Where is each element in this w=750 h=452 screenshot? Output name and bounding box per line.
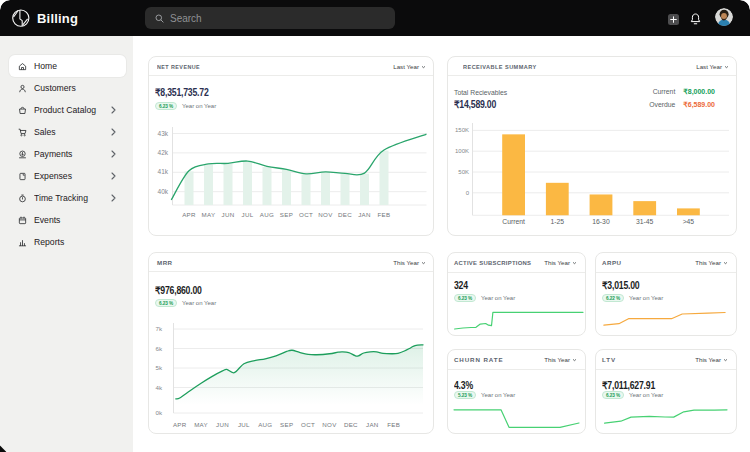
- customers-icon: [18, 84, 27, 93]
- sidebar-item-product-catalog[interactable]: Product Catalog: [9, 99, 126, 121]
- sidebar-item-sales[interactable]: Sales: [9, 121, 126, 143]
- svg-text:JUL: JUL: [238, 421, 250, 428]
- arpu-sparkline: [596, 253, 738, 337]
- svg-text:42k: 42k: [158, 149, 169, 156]
- ltv-sparkline: [596, 350, 738, 435]
- chevron-right-icon: [111, 172, 116, 180]
- svg-text:DEC: DEC: [338, 211, 352, 218]
- sidebar-item-expenses[interactable]: Expenses: [9, 165, 126, 187]
- svg-text:MAY: MAY: [194, 421, 208, 428]
- card-churn-rate: CHURN RATE This Year 4.3% 5.23 % Year on…: [447, 349, 586, 434]
- product-catalog-icon: [18, 106, 27, 115]
- sidebar-item-label: Home: [34, 61, 57, 71]
- mouse-cursor: [0, 444, 7, 452]
- svg-text:4k: 4k: [155, 384, 162, 391]
- sidebar-item-label: Sales: [34, 127, 56, 137]
- svg-text:FEB: FEB: [378, 211, 391, 218]
- svg-text:MAY: MAY: [202, 211, 216, 218]
- svg-text:JAN: JAN: [358, 211, 371, 218]
- svg-text:AUG: AUG: [260, 211, 274, 218]
- svg-text:0: 0: [466, 190, 470, 196]
- events-icon: [18, 216, 27, 225]
- svg-text:SEP: SEP: [280, 211, 293, 218]
- subscriptions-sparkline: [448, 253, 587, 337]
- svg-text:APR: APR: [173, 421, 187, 428]
- svg-text:Current: Current: [502, 218, 525, 225]
- topbar-actions: [0, 0, 750, 36]
- add-new-button[interactable]: [668, 14, 679, 25]
- svg-text:1-25: 1-25: [550, 218, 564, 225]
- sidebar-item-label: Time Tracking: [34, 193, 88, 203]
- svg-text:JUN: JUN: [216, 421, 229, 428]
- sidebar-item-label: Reports: [34, 237, 64, 247]
- sidebar-item-label: Product Catalog: [34, 105, 96, 115]
- sidebar-item-payments[interactable]: Payments: [9, 143, 126, 165]
- card-receivable-summary: RECEIVABLE SUMMARY Last Year Total Recie…: [447, 56, 737, 236]
- card-ltv: LTV This Year ₹7,011,627.91 6.23 % Year …: [595, 349, 737, 434]
- svg-text:6k: 6k: [155, 345, 162, 352]
- sidebar-item-reports[interactable]: Reports: [9, 231, 126, 253]
- sidebar-item-label: Payments: [34, 149, 72, 159]
- payments-icon: [18, 150, 27, 159]
- svg-text:NOV: NOV: [322, 421, 337, 428]
- sidebar-item-events[interactable]: Events: [9, 209, 126, 231]
- svg-text:16-30: 16-30: [592, 218, 610, 225]
- user-avatar[interactable]: [715, 8, 733, 26]
- dashboard: NET REVENUE Last Year ₹8,351,735.72 6.23…: [133, 36, 750, 452]
- svg-text:APR: APR: [182, 211, 196, 218]
- svg-text:100K: 100K: [455, 148, 469, 154]
- app-window: Billing Search: [0, 0, 750, 452]
- chevron-right-icon: [111, 128, 116, 136]
- sidebar-item-label: Expenses: [34, 171, 72, 181]
- svg-text:JUL: JUL: [242, 211, 254, 218]
- svg-text:41k: 41k: [158, 168, 169, 175]
- svg-text:7k: 7k: [155, 325, 162, 332]
- svg-text:FEB: FEB: [387, 421, 400, 428]
- svg-text:NOV: NOV: [318, 211, 333, 218]
- avatar-image: [715, 8, 733, 26]
- svg-text:150K: 150K: [455, 127, 469, 133]
- svg-text:31-45: 31-45: [636, 218, 654, 225]
- card-net-revenue: NET REVENUE Last Year ₹8,351,735.72 6.23…: [148, 56, 434, 236]
- svg-text:SEP: SEP: [280, 421, 293, 428]
- card-mrr: MRR This Year ₹976,860.00 6.23 % Year on…: [148, 252, 434, 434]
- svg-text:>45: >45: [683, 218, 695, 225]
- plus-icon: [670, 16, 677, 23]
- svg-text:JUN: JUN: [222, 211, 235, 218]
- reports-icon: [18, 238, 27, 247]
- svg-text:40k: 40k: [158, 188, 169, 195]
- sidebar: HomeCustomersProduct CatalogSalesPayment…: [0, 36, 133, 452]
- svg-text:JAN: JAN: [366, 421, 379, 428]
- chevron-right-icon: [111, 106, 116, 114]
- sidebar-item-label: Events: [34, 215, 60, 225]
- svg-text:5k: 5k: [155, 364, 162, 371]
- sidebar-item-label: Customers: [34, 83, 76, 93]
- topbar: Billing Search: [0, 0, 750, 36]
- sidebar-item-home[interactable]: Home: [9, 55, 126, 77]
- svg-text:0k: 0k: [155, 409, 162, 416]
- sales-cart-icon: [18, 128, 27, 137]
- notifications-bell-icon[interactable]: [690, 13, 701, 26]
- svg-text:50K: 50K: [458, 169, 469, 175]
- churn-sparkline: [448, 350, 587, 435]
- svg-text:43k: 43k: [158, 130, 169, 137]
- home-icon: [18, 62, 27, 71]
- chevron-right-icon: [111, 194, 116, 202]
- net-revenue-chart: 43k42k41k40kAPRMAYJUNJULAUGSEPOCTNOVDECJ…: [149, 57, 435, 237]
- svg-text:OCT: OCT: [299, 211, 313, 218]
- svg-text:DEC: DEC: [344, 421, 358, 428]
- time-tracking-icon: [18, 194, 27, 203]
- card-arpu: ARPU This Year ₹3,015.00 6.22 % Year on …: [595, 252, 737, 336]
- receivable-chart: 150K100K50K0Current1-2516-3031-45>45: [448, 57, 738, 237]
- svg-text:AUG: AUG: [258, 421, 272, 428]
- card-active-subscriptions: ACTIVE SUBSCRIPTIONS This Year 324 6.23 …: [447, 252, 586, 336]
- svg-text:OCT: OCT: [301, 421, 315, 428]
- sidebar-item-customers[interactable]: Customers: [9, 77, 126, 99]
- sidebar-item-time-tracking[interactable]: Time Tracking: [9, 187, 126, 209]
- expenses-icon: [18, 172, 27, 181]
- mrr-chart: 7k6k5k4k0kAPRMAYJUNJULAUGSEPOCTNOVDECJAN…: [149, 253, 435, 435]
- chevron-right-icon: [111, 150, 116, 158]
